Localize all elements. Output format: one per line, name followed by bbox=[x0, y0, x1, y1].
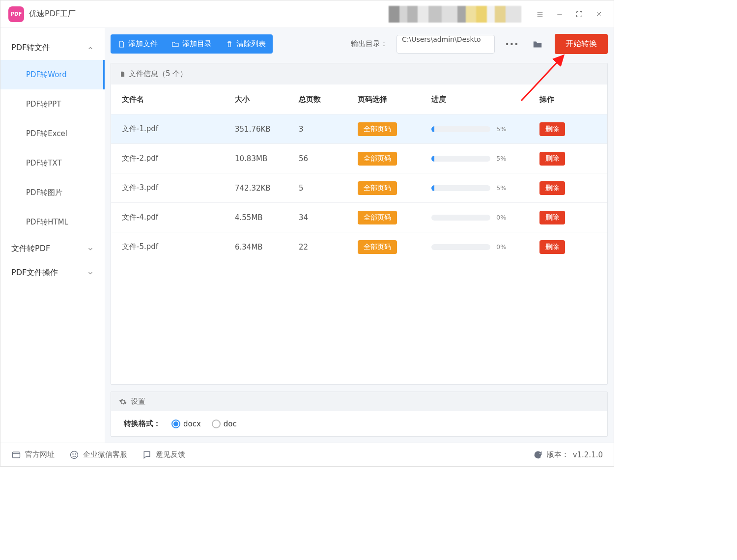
col-name: 文件名 bbox=[122, 95, 235, 104]
cell-progress: 5% bbox=[431, 184, 539, 192]
progress-bar bbox=[431, 156, 490, 162]
radio-dot-icon bbox=[212, 420, 221, 428]
page-range-button[interactable]: 全部页码 bbox=[358, 240, 397, 254]
close-button[interactable] bbox=[589, 4, 609, 24]
app-logo-icon: PDF bbox=[8, 6, 24, 22]
app-title: 优速PDF工厂 bbox=[29, 9, 76, 19]
toolbar-button-group: 添加文件 添加目录 清除列表 bbox=[111, 34, 273, 54]
progress-percent: 5% bbox=[496, 184, 507, 192]
sidebar-item-pdf-to-html[interactable]: PDF转HTML bbox=[0, 207, 105, 237]
sidebar-group-pdf-to-file[interactable]: PDF转文件 bbox=[0, 36, 105, 60]
radio-doc[interactable]: doc bbox=[212, 420, 237, 428]
sidebar-item-pdf-to-txt[interactable]: PDF转TXT bbox=[0, 148, 105, 178]
sidebar-item-pdf-to-ppt[interactable]: PDF转PPT bbox=[0, 89, 105, 119]
user-info-blurred bbox=[389, 6, 521, 23]
footer-label: 官方网址 bbox=[25, 450, 55, 459]
radio-label: doc bbox=[224, 420, 237, 428]
sidebar-group-file-to-pdf[interactable]: 文件转PDF bbox=[0, 237, 105, 261]
button-label: 添加目录 bbox=[182, 39, 212, 49]
cell-name: 文件-5.pdf bbox=[122, 242, 235, 252]
radio-docx[interactable]: docx bbox=[171, 420, 201, 428]
sidebar-item-label: PDF转Excel bbox=[26, 129, 67, 139]
sidebar-item-label: PDF转图片 bbox=[26, 188, 62, 197]
settings-header: 设置 bbox=[111, 392, 607, 411]
delete-button[interactable]: 删除 bbox=[539, 152, 565, 166]
footer-version[interactable]: 版本： v1.2.1.0 bbox=[533, 450, 603, 460]
browse-folder-button[interactable] bbox=[529, 35, 546, 54]
footer-support-link[interactable]: 企业微信客服 bbox=[69, 450, 127, 460]
svg-point-4 bbox=[75, 453, 76, 455]
menu-button[interactable] bbox=[530, 4, 550, 24]
more-button[interactable]: ··· bbox=[504, 35, 520, 54]
folder-icon bbox=[532, 39, 543, 50]
sidebar-item-pdf-to-word[interactable]: PDF转Word bbox=[0, 60, 105, 89]
cell-size: 742.32KB bbox=[235, 184, 299, 193]
page-range-button[interactable]: 全部页码 bbox=[358, 211, 397, 224]
delete-button[interactable]: 删除 bbox=[539, 181, 565, 195]
cell-size: 6.34MB bbox=[235, 243, 299, 252]
table-row[interactable]: 文件-1.pdf351.76KB3全部页码5%删除 bbox=[111, 114, 607, 143]
toolbar: 添加文件 添加目录 清除列表 输出目录： C:\Users\admin\Desk… bbox=[111, 34, 608, 54]
support-icon bbox=[69, 450, 79, 460]
cell-pages: 3 bbox=[299, 125, 358, 134]
table-header: 文件名 大小 总页数 页码选择 进度 操作 bbox=[111, 84, 607, 114]
progress-percent: 0% bbox=[496, 243, 507, 251]
delete-button[interactable]: 删除 bbox=[539, 211, 565, 224]
sidebar-item-pdf-to-image[interactable]: PDF转图片 bbox=[0, 178, 105, 207]
output-dir-input[interactable]: C:\Users\admin\Deskto bbox=[397, 35, 495, 54]
title-bar: PDF 优速PDF工厂 bbox=[0, 0, 614, 28]
main-area: 添加文件 添加目录 清除列表 输出目录： C:\Users\admin\Desk… bbox=[105, 28, 614, 443]
format-label: 转换格式： bbox=[124, 419, 161, 428]
page-range-button[interactable]: 全部页码 bbox=[358, 181, 397, 195]
sidebar: PDF转文件 PDF转Word PDF转PPT PDF转Excel PDF转TX… bbox=[0, 28, 105, 443]
settings-panel: 设置 转换格式： docx doc bbox=[111, 392, 608, 437]
svg-rect-1 bbox=[13, 452, 20, 458]
settings-body: 转换格式： docx doc bbox=[111, 411, 607, 436]
delete-button[interactable]: 删除 bbox=[539, 240, 565, 254]
add-folder-button[interactable]: 添加目录 bbox=[165, 34, 219, 54]
page-range-button[interactable]: 全部页码 bbox=[358, 122, 397, 136]
page-range-button[interactable]: 全部页码 bbox=[358, 152, 397, 166]
cell-progress: 5% bbox=[431, 125, 539, 133]
footer-feedback-link[interactable]: 意见反馈 bbox=[142, 450, 185, 460]
cell-progress: 0% bbox=[431, 214, 539, 221]
footer-label: 企业微信客服 bbox=[83, 450, 127, 459]
fullscreen-button[interactable] bbox=[569, 4, 589, 24]
table-row[interactable]: 文件-3.pdf742.32KB5全部页码5%删除 bbox=[111, 173, 607, 202]
sidebar-item-label: PDF转TXT bbox=[26, 159, 62, 168]
progress-bar bbox=[431, 126, 490, 132]
start-convert-button[interactable]: 开始转换 bbox=[555, 34, 608, 54]
panel-header: 文件信息（5 个） bbox=[111, 63, 607, 84]
trash-icon bbox=[226, 40, 233, 48]
sidebar-group-pdf-ops[interactable]: PDF文件操作 bbox=[0, 261, 105, 285]
clear-list-button[interactable]: 清除列表 bbox=[219, 34, 273, 54]
file-icon bbox=[117, 40, 125, 48]
cell-name: 文件-2.pdf bbox=[122, 154, 235, 163]
footer: 官方网址 企业微信客服 意见反馈 版本： v1.2.1.0 bbox=[0, 443, 614, 466]
cell-progress: 0% bbox=[431, 243, 539, 251]
radio-dot-icon bbox=[171, 420, 180, 428]
panel-header-label: 文件信息（5 个） bbox=[129, 69, 187, 79]
gear-icon bbox=[119, 398, 127, 406]
table-row[interactable]: 文件-2.pdf10.83MB56全部页码5%删除 bbox=[111, 143, 607, 173]
cell-size: 10.83MB bbox=[235, 154, 299, 163]
button-label: 清除列表 bbox=[236, 39, 266, 49]
svg-point-3 bbox=[72, 453, 74, 455]
progress-bar bbox=[431, 215, 490, 221]
version-value: v1.2.1.0 bbox=[573, 450, 603, 459]
output-dir-label: 输出目录： bbox=[351, 39, 388, 49]
add-file-button[interactable]: 添加文件 bbox=[111, 34, 165, 54]
table-row[interactable]: 文件-4.pdf4.55MB34全部页码0%删除 bbox=[111, 202, 607, 232]
settings-header-label: 设置 bbox=[131, 397, 145, 406]
sidebar-item-pdf-to-excel[interactable]: PDF转Excel bbox=[0, 119, 105, 148]
table-row[interactable]: 文件-5.pdf6.34MB22全部页码0%删除 bbox=[111, 232, 607, 261]
cell-name: 文件-4.pdf bbox=[122, 213, 235, 222]
footer-website-link[interactable]: 官方网址 bbox=[11, 450, 55, 460]
delete-button[interactable]: 删除 bbox=[539, 122, 565, 136]
chevron-up-icon bbox=[87, 45, 94, 52]
sidebar-item-label: PDF转HTML bbox=[26, 218, 68, 227]
document-icon bbox=[119, 70, 126, 78]
file-panel: 文件信息（5 个） 文件名 大小 总页数 页码选择 进度 操作 文件-1.pdf… bbox=[111, 63, 608, 385]
minimize-button[interactable] bbox=[550, 4, 569, 24]
feedback-icon bbox=[142, 450, 152, 460]
